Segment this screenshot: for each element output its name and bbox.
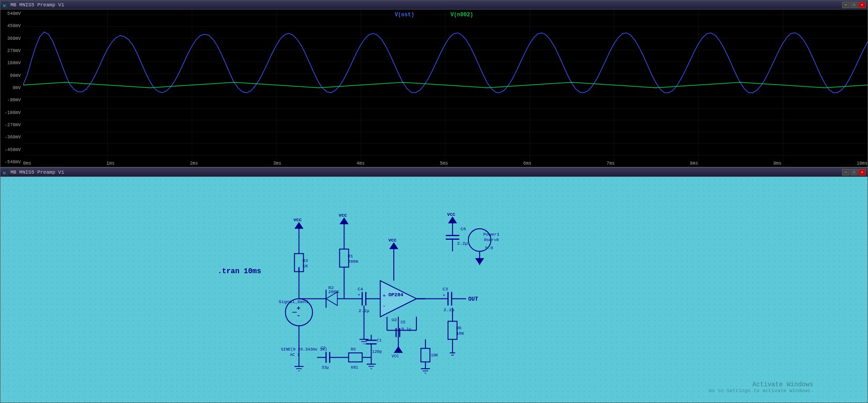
activate-windows-title: Activate Windows xyxy=(709,381,813,388)
svg-text:VCC: VCC xyxy=(294,218,302,223)
svg-text:+: + xyxy=(297,305,300,312)
activate-windows-watermark: Activate Windows Go to Settings to activ… xyxy=(709,381,813,394)
x-label-10: 10ms xyxy=(857,161,868,166)
x-label-8: 8ms xyxy=(690,161,698,166)
svg-marker-114 xyxy=(475,258,484,265)
x-label-5: 5ms xyxy=(440,161,448,166)
svg-text:10K: 10K xyxy=(456,331,464,336)
svg-text:C2: C2 xyxy=(321,346,326,351)
svg-text:33μ: 33μ xyxy=(321,365,329,370)
y-label-12: -540mV xyxy=(0,160,23,165)
schematic-close-button[interactable]: ✕ xyxy=(858,169,866,175)
svg-text:681: 681 xyxy=(351,365,358,370)
svg-rect-129 xyxy=(348,353,362,362)
svg-text:OP284: OP284 xyxy=(388,292,403,298)
svg-text:OUT: OUT xyxy=(468,296,478,303)
svg-rect-144 xyxy=(421,348,430,362)
waveform-window-title: MB MNIS5 Preamp V1 xyxy=(10,2,842,8)
y-label-8: -180mV xyxy=(0,111,23,115)
y-label-6: 0mV xyxy=(0,86,23,90)
y-label-1: 450mV xyxy=(0,24,23,28)
x-label-9: 9ms xyxy=(773,161,782,166)
x-label-1: 1ms xyxy=(106,161,114,166)
schematic-minimize-button[interactable]: ─ xyxy=(842,169,849,175)
svg-text:VCC: VCC xyxy=(388,238,396,243)
x-label-2: 2ms xyxy=(190,161,198,166)
svg-text:VCC: VCC xyxy=(447,212,455,217)
app-icon: W xyxy=(2,2,9,8)
y-label-10: -360mV xyxy=(0,135,23,140)
x-label-0: 0ms xyxy=(23,161,31,166)
svg-text:W: W xyxy=(3,4,6,8)
svg-marker-88 xyxy=(389,242,398,249)
minimize-button[interactable]: ─ xyxy=(842,2,849,8)
schematic-window-title: MB MNIS5 Preamp V1 xyxy=(10,170,842,175)
schematic-titlebar: W MB MNIS5 Preamp V1 ─ □ ✕ xyxy=(0,168,868,177)
svg-text:R5: R5 xyxy=(351,347,356,352)
svg-marker-92 xyxy=(394,346,403,353)
svg-text:VCC: VCC xyxy=(391,354,399,359)
svg-text:200K: 200K xyxy=(348,259,358,264)
y-label-9: -270mV xyxy=(0,123,23,128)
y-axis: 540mV 450mV 360mV 270mV 180mV 90mV 0mV -… xyxy=(0,9,23,167)
svg-text:U2: U2 xyxy=(391,318,397,322)
svg-marker-107 xyxy=(448,217,457,223)
y-label-4: 180mV xyxy=(0,61,23,66)
waveform-window-controls[interactable]: ─ □ ✕ xyxy=(842,2,866,8)
svg-text:-: - xyxy=(382,303,386,309)
x-label-6: 6ms xyxy=(523,161,531,166)
svg-text:C3: C3 xyxy=(443,287,448,292)
svg-text:120p: 120p xyxy=(372,350,382,354)
svg-marker-44 xyxy=(295,222,304,229)
y-label-11: -450mV xyxy=(0,148,23,152)
svg-text:AC 1: AC 1 xyxy=(290,353,300,357)
chart-area: V(ost) V(n002) 540mV 450mV 360mV 270mV 1… xyxy=(0,9,868,167)
svg-text:W: W xyxy=(3,171,6,175)
svg-text:+: + xyxy=(382,293,386,299)
svg-text:R1: R1 xyxy=(348,254,353,259)
waveform-window: W MB MNIS5 Preamp V1 ─ □ ✕ V(ost) V(n002… xyxy=(0,0,868,167)
activate-windows-subtitle: Go to Settings to activate Windows. xyxy=(709,388,813,394)
schematic-maximize-button[interactable]: □ xyxy=(850,169,858,175)
svg-rect-53 xyxy=(339,249,348,267)
svg-text:1K: 1K xyxy=(303,264,308,269)
svg-text:200K: 200K xyxy=(328,289,339,294)
svg-text:R6: R6 xyxy=(456,326,462,331)
svg-text:Power1: Power1 xyxy=(483,232,500,237)
svg-text:2.2μ: 2.2μ xyxy=(457,241,468,246)
waveform-svg xyxy=(23,9,868,167)
svg-text:C4: C4 xyxy=(358,287,363,292)
svg-text:C6: C6 xyxy=(461,227,466,232)
svg-text:R3: R3 xyxy=(303,258,308,263)
schematic-window-controls[interactable]: ─ □ ✕ xyxy=(842,169,866,175)
svg-text:5.0: 5.0 xyxy=(485,246,493,251)
svg-text:+: + xyxy=(358,293,360,298)
svg-text:C1: C1 xyxy=(377,338,382,343)
svg-text:-: - xyxy=(297,312,300,319)
waveform-titlebar: W MB MNIS5 Preamp V1 ─ □ ✕ xyxy=(0,0,868,9)
svg-text:0.1μ: 0.1μ xyxy=(401,327,411,332)
svg-text:+: + xyxy=(443,293,445,298)
y-label-2: 360mV xyxy=(0,37,23,41)
svg-text:C5: C5 xyxy=(401,320,405,325)
svg-marker-58 xyxy=(339,218,348,224)
svg-text:Rser=0: Rser=0 xyxy=(484,238,499,242)
svg-text:Signal_Gen1: Signal_Gen1 xyxy=(279,299,309,304)
schematic-svg: + - Signal_Gen1 SINE(0 29.343mv 1k) AC 1… xyxy=(0,177,868,403)
y-label-3: 270mV xyxy=(0,49,23,53)
maximize-button[interactable]: □ xyxy=(850,2,858,8)
svg-text:10K: 10K xyxy=(431,353,439,358)
close-button[interactable]: ✕ xyxy=(858,2,866,8)
schematic-window: W MB MNIS5 Preamp V1 ─ □ ✕ .tran 10ms + … xyxy=(0,167,868,403)
schematic-app-icon: W xyxy=(2,169,9,175)
y-label-0: 540mV xyxy=(0,12,23,16)
y-label-7: -90mV xyxy=(0,98,23,103)
x-label-3: 3ms xyxy=(273,161,281,166)
y-label-5: 90mV xyxy=(0,74,23,78)
x-label-4: 4ms xyxy=(357,161,365,166)
svg-rect-116 xyxy=(448,321,457,339)
x-axis: 0ms 1ms 2ms 3ms 4ms 5ms 6ms 7ms 8ms 9ms … xyxy=(23,161,868,166)
svg-text:VCC: VCC xyxy=(339,213,347,218)
x-label-7: 7ms xyxy=(606,161,615,166)
